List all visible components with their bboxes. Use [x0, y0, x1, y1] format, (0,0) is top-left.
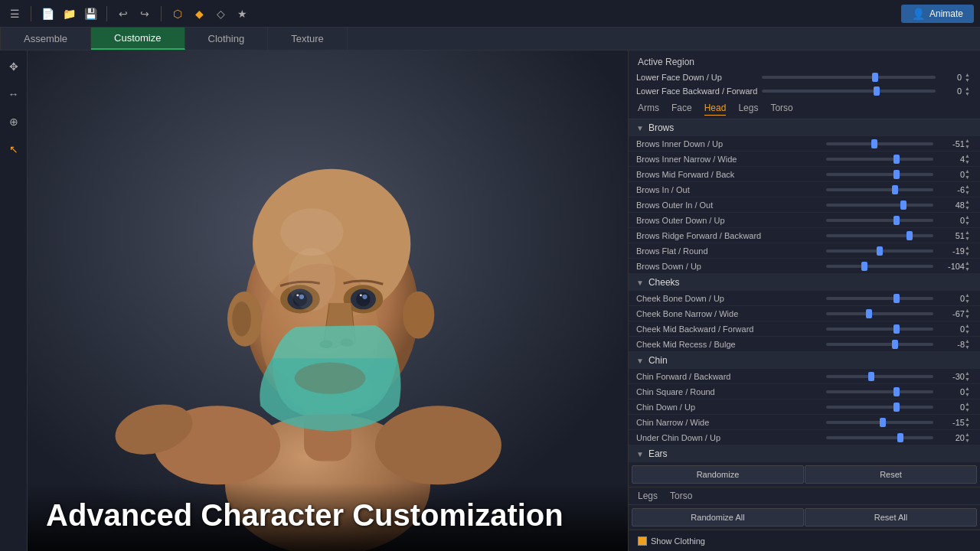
prop-slider[interactable] [826, 297, 933, 300]
svg-point-4 [375, 406, 501, 484]
svg-point-8 [232, 302, 251, 336]
sep2 [106, 6, 107, 21]
animate-person-icon: 👤 [912, 8, 925, 20]
region-value-1: 0 [939, 86, 962, 96]
animate-button[interactable]: 👤 Animate [901, 5, 974, 23]
randomize-reset-all-row: Randomize All Reset All [629, 505, 980, 530]
prop-slider[interactable] [826, 188, 933, 191]
prop-value: 0 [938, 403, 965, 412]
prop-value: -104 [938, 262, 965, 271]
prop-brows-down-up: Brows Down / Up -104 ▲▼ [629, 259, 980, 274]
section-ears-header[interactable]: ▼ Ears [629, 445, 980, 462]
prop-label: Cheek Bone Narrow / Wide [636, 309, 822, 318]
prop-slider[interactable] [826, 204, 933, 207]
right-panel: Active Region Lower Face Down / Up 0 ▲ ▼… [628, 51, 980, 551]
show-clothing-check[interactable]: Show Clothing [638, 536, 705, 546]
cube-outline-icon[interactable]: ⬡ [169, 5, 186, 22]
main-content: ✥ ↔ ⊕ ↖ [0, 51, 980, 551]
prop-slider[interactable] [826, 312, 933, 315]
randomize-all-button[interactable]: Randomize All [632, 508, 804, 527]
prop-label: Cheek Bone Down / Up [636, 294, 822, 303]
prop-slider[interactable] [826, 265, 933, 268]
region-slider-0[interactable] [762, 76, 936, 79]
prop-slider[interactable] [826, 173, 933, 176]
tab-clothing[interactable]: Clothing [185, 28, 269, 50]
category-face[interactable]: Face [671, 101, 692, 116]
big-title: Advanced Character Customization [46, 498, 609, 533]
reset-all-button[interactable]: Reset All [805, 508, 977, 527]
prop-slider[interactable] [826, 375, 933, 378]
section-chin-header[interactable]: ▼ Chin [629, 352, 980, 369]
prop-slider[interactable] [826, 421, 933, 424]
tab-assemble[interactable]: Assemble [0, 28, 91, 50]
animate-label: Animate [929, 8, 963, 19]
prop-label: Brows Ridge Forward / Backward [636, 231, 822, 240]
prop-cheek-mid-recess: Cheek Mid Recess / Bulge -8 ▲▼ [629, 337, 980, 352]
category-head[interactable]: Head [704, 101, 727, 116]
prop-cheek-mid-backward: Cheek Mid Backward / Forward 0 ▲▼ [629, 321, 980, 337]
properties-scroll[interactable]: ▼ Brows Brows Inner Down / Up -51 ▲▼ Bro… [629, 119, 980, 462]
prop-slider[interactable] [826, 390, 933, 393]
prop-label: Brows Flat / Round [636, 246, 822, 256]
select-icon[interactable]: ↖ [4, 139, 24, 159]
prop-slider[interactable] [826, 219, 933, 222]
open-icon[interactable]: 📁 [60, 5, 77, 22]
category-arms[interactable]: Arms [638, 101, 659, 116]
category-legs[interactable]: Legs [738, 101, 758, 116]
prop-slider[interactable] [826, 406, 933, 409]
prop-value: -15 [938, 418, 965, 427]
prop-label: Chin Down / Up [636, 403, 822, 412]
prop-slider[interactable] [826, 158, 933, 161]
zoom-icon[interactable]: ⊕ [4, 112, 24, 132]
prop-slider[interactable] [826, 328, 933, 331]
ears-title: Ears [648, 448, 668, 459]
prop-slider[interactable] [826, 234, 933, 237]
svg-point-26 [288, 248, 335, 311]
section-brows-header[interactable]: ▼ Brows [629, 119, 980, 136]
category-torso[interactable]: Torso [770, 101, 792, 116]
cube-filled-icon[interactable]: ◆ [191, 5, 207, 22]
bottom-cat-legs[interactable]: Legs [638, 489, 658, 503]
cube-alt-icon[interactable]: ◇ [212, 5, 229, 22]
prop-slider[interactable] [826, 343, 933, 346]
prop-chin-square-round: Chin Square / Round 0 ▲▼ [629, 384, 980, 399]
region-slider-1[interactable] [762, 90, 936, 93]
prop-brows-ridge-fwd: Brows Ridge Forward / Backward 51 ▲▼ [629, 228, 980, 243]
prop-brows-outer-in: Brows Outer In / Out 48 ▲▼ [629, 197, 980, 213]
prop-value: 20 [938, 433, 965, 442]
prop-slider[interactable] [826, 142, 933, 145]
tab-customize[interactable]: Customize [91, 28, 185, 50]
menu-icon[interactable]: ☰ [6, 5, 23, 22]
redo-icon[interactable]: ↪ [136, 5, 153, 22]
prop-label: Chin Forward / Backward [636, 372, 822, 381]
prop-value: 51 [938, 231, 965, 240]
move-icon[interactable]: ✥ [4, 57, 24, 77]
prop-chin-narrow-wide: Chin Narrow / Wide -15 ▲▼ [629, 415, 980, 430]
pan-icon[interactable]: ↔ [4, 84, 24, 104]
prop-value: -6 [938, 185, 965, 194]
save-icon[interactable]: 💾 [82, 5, 99, 22]
viewport[interactable]: Advanced Character Customization [28, 51, 628, 551]
footer: Show Clothing [629, 530, 980, 551]
undo-icon[interactable]: ↩ [115, 5, 132, 22]
randomize-button[interactable]: Randomize [632, 465, 804, 484]
cheeks-title: Cheeks [648, 277, 680, 288]
active-region-header: Active Region [629, 51, 980, 70]
prop-slider[interactable] [826, 249, 933, 253]
prop-brows-mid-fwd: Brows Mid Forward / Back 0 ▲▼ [629, 167, 980, 182]
brows-arrow: ▼ [636, 124, 644, 132]
reset-button[interactable]: Reset [805, 465, 977, 484]
prop-slider[interactable] [826, 436, 933, 439]
svg-point-9 [403, 292, 434, 339]
prop-value: 0 [938, 324, 965, 334]
section-cheeks-header[interactable]: ▼ Cheeks [629, 274, 980, 291]
star-icon[interactable]: ★ [234, 5, 250, 22]
sep3 [161, 6, 162, 21]
new-icon[interactable]: 📄 [39, 5, 56, 22]
region-row-lower-face-fwd: Lower Face Backward / Forward 0 ▲ ▼ [629, 84, 980, 98]
bottom-cat-torso[interactable]: Torso [670, 489, 692, 503]
show-clothing-checkbox[interactable] [638, 536, 647, 546]
region-label: Lower Face Down / Up [636, 73, 759, 82]
tab-texture[interactable]: Texture [268, 28, 348, 50]
svg-point-25 [295, 362, 366, 393]
